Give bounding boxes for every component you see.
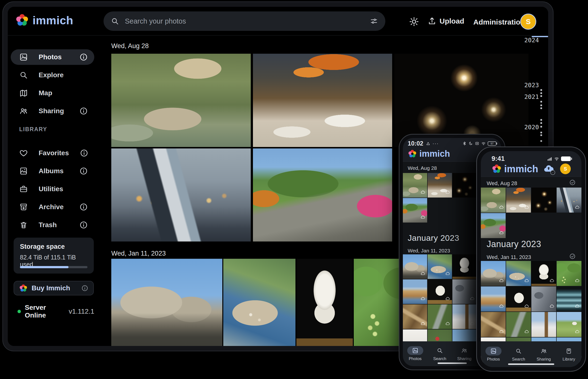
sidebar-item-utilities[interactable]: Utilities bbox=[11, 181, 94, 197]
photo-tile-lizard-moss[interactable] bbox=[428, 304, 452, 329]
sidebar-item-sharing[interactable]: Sharing bbox=[11, 103, 94, 119]
cloud-sync-icon bbox=[575, 278, 579, 284]
photo-tile-autumn-dinner-table[interactable] bbox=[428, 173, 452, 198]
photo-tile-zoo-monkeys[interactable] bbox=[111, 54, 251, 147]
photo-tile-lizard-closeup[interactable] bbox=[481, 312, 506, 337]
user-avatar[interactable]: S bbox=[520, 14, 536, 30]
photo-tile-fortress-walls[interactable] bbox=[111, 259, 222, 346]
photo-tile-beach-cliff[interactable] bbox=[403, 279, 427, 304]
nav-tab-label: Photos bbox=[487, 357, 500, 362]
sidebar-item-trash[interactable]: Trash bbox=[11, 217, 94, 233]
cloud-sync-icon bbox=[470, 321, 475, 327]
photo-tile-farm-houses[interactable] bbox=[557, 312, 581, 337]
photo-tile-stone-ruin[interactable] bbox=[452, 279, 477, 304]
immich-flower-icon bbox=[492, 164, 502, 174]
sidebar-item-albums[interactable]: Albums bbox=[11, 163, 94, 179]
search-input[interactable] bbox=[124, 17, 365, 26]
cloud-sync-icon bbox=[445, 271, 450, 277]
nav-tab-library[interactable]: Library bbox=[556, 341, 582, 367]
cloud-sync-icon bbox=[421, 271, 425, 277]
photo-tile-fireworks[interactable] bbox=[531, 188, 556, 213]
sidebar-item-favorites[interactable]: Favorites bbox=[11, 145, 94, 161]
timeline-year-2021[interactable]: 2021 bbox=[524, 93, 539, 100]
search-bar[interactable] bbox=[104, 11, 385, 31]
photo-tile-autumn-park-path[interactable] bbox=[403, 198, 427, 222]
photo-tile-fortress-walls[interactable] bbox=[481, 261, 506, 286]
server-online-dot bbox=[17, 310, 21, 313]
photo-tile-fireworks[interactable] bbox=[394, 54, 528, 147]
immich-logo[interactable]: immich bbox=[15, 13, 73, 27]
theme-toggle-button[interactable] bbox=[409, 16, 419, 27]
photo-tile-coastal-town[interactable] bbox=[506, 261, 531, 286]
timeline-year-2023[interactable]: 2023 bbox=[524, 82, 539, 89]
photo-tile-fortress-walls[interactable] bbox=[403, 254, 427, 279]
photo-tile-marble-bust-2[interactable] bbox=[506, 286, 531, 312]
battery-icon: 97 bbox=[488, 142, 496, 146]
administration-link[interactable]: Administration bbox=[473, 18, 525, 26]
photo-tile-autumn-park-path[interactable] bbox=[481, 213, 506, 238]
photo-tile-winter-church[interactable] bbox=[531, 312, 556, 337]
library-icon bbox=[561, 347, 577, 355]
photo-tile-holding-hands[interactable] bbox=[111, 148, 251, 241]
photo-tile-marble-bust-2[interactable] bbox=[428, 279, 452, 304]
status-bar: 9:41 bbox=[492, 155, 571, 162]
photo-tile-marble-bust[interactable] bbox=[296, 259, 353, 346]
photo-tile-coastal-town[interactable] bbox=[223, 259, 295, 346]
photo-tile-holding-hands[interactable] bbox=[557, 188, 581, 213]
sidebar-item-archive[interactable]: Archive bbox=[11, 199, 94, 215]
info-icon[interactable] bbox=[79, 107, 88, 115]
backup-cloud-icon[interactable] bbox=[543, 163, 554, 174]
server-version: v1.112.1 bbox=[69, 308, 94, 315]
info-icon[interactable] bbox=[79, 203, 88, 211]
photo-tile-lizard-moss[interactable] bbox=[506, 312, 531, 337]
info-icon[interactable] bbox=[79, 221, 88, 229]
upload-button[interactable]: Upload bbox=[427, 16, 464, 26]
photo-tile-marble-bust[interactable] bbox=[531, 261, 556, 286]
briefcase-icon bbox=[19, 185, 28, 193]
nav-tab-photos[interactable]: Photos bbox=[481, 341, 506, 367]
sidebar-item-explore[interactable]: Explore bbox=[11, 67, 94, 83]
nav-tab-photos[interactable]: Photos bbox=[403, 341, 427, 366]
photo-tile-winter-church[interactable] bbox=[452, 304, 477, 329]
photo-tile-stone-ruin[interactable] bbox=[531, 286, 556, 312]
cloud-sync-icon bbox=[550, 304, 554, 310]
home-indicator[interactable] bbox=[438, 363, 467, 364]
filter-icon[interactable] bbox=[370, 17, 378, 25]
cloud-sync-icon bbox=[499, 330, 504, 335]
photo-tile-coastal-town[interactable] bbox=[428, 254, 452, 279]
select-all-check-icon[interactable] bbox=[569, 253, 576, 259]
search-icon bbox=[510, 347, 526, 355]
brand-wordmark: immich bbox=[504, 163, 538, 174]
photo-tile-fireworks[interactable] bbox=[452, 173, 477, 198]
date-group-heading: Wed, Jan 11, 2023 bbox=[111, 250, 166, 257]
info-icon[interactable] bbox=[79, 167, 88, 175]
photo-tile-lizard-closeup[interactable] bbox=[403, 304, 427, 329]
info-icon[interactable] bbox=[79, 53, 88, 62]
info-icon[interactable] bbox=[81, 284, 88, 292]
home-indicator[interactable] bbox=[508, 363, 554, 365]
info-icon[interactable] bbox=[80, 149, 88, 158]
buy-immich-button[interactable]: Buy Immich bbox=[14, 281, 94, 295]
photo-tile-beach-cliff[interactable] bbox=[481, 286, 506, 312]
photo-tile-zoo-monkeys[interactable] bbox=[481, 188, 506, 213]
user-avatar[interactable]: S bbox=[560, 163, 571, 174]
timeline-year-2024[interactable]: 2024 bbox=[524, 37, 539, 44]
timeline-year-2020[interactable]: 2020 bbox=[524, 124, 539, 131]
cloud-sync-icon bbox=[499, 231, 504, 236]
cloud-sync-icon bbox=[470, 296, 475, 302]
upload-icon bbox=[427, 16, 437, 26]
photo-tile-zoo-monkeys[interactable] bbox=[403, 173, 427, 198]
album-icon bbox=[19, 167, 28, 175]
photo-tile-marble-bust[interactable] bbox=[452, 254, 477, 279]
photo-tile-green-berries[interactable] bbox=[557, 261, 581, 286]
photo-tile-autumn-dinner-table[interactable] bbox=[506, 188, 531, 213]
sidebar-item-map[interactable]: Map bbox=[11, 85, 94, 101]
timeline-tick-dot bbox=[540, 122, 542, 124]
date-group-heading: Wed, Aug 28 bbox=[487, 180, 517, 187]
date-group-heading: Wed, Aug 28 bbox=[111, 42, 149, 50]
photo-tile-tiered-ornament[interactable] bbox=[557, 286, 581, 312]
photo-tile-autumn-dinner-table[interactable] bbox=[253, 54, 392, 147]
select-all-check-icon[interactable] bbox=[569, 179, 576, 186]
sidebar-item-photos[interactable]: Photos bbox=[11, 49, 94, 65]
photo-tile-autumn-park-path[interactable] bbox=[253, 148, 392, 241]
